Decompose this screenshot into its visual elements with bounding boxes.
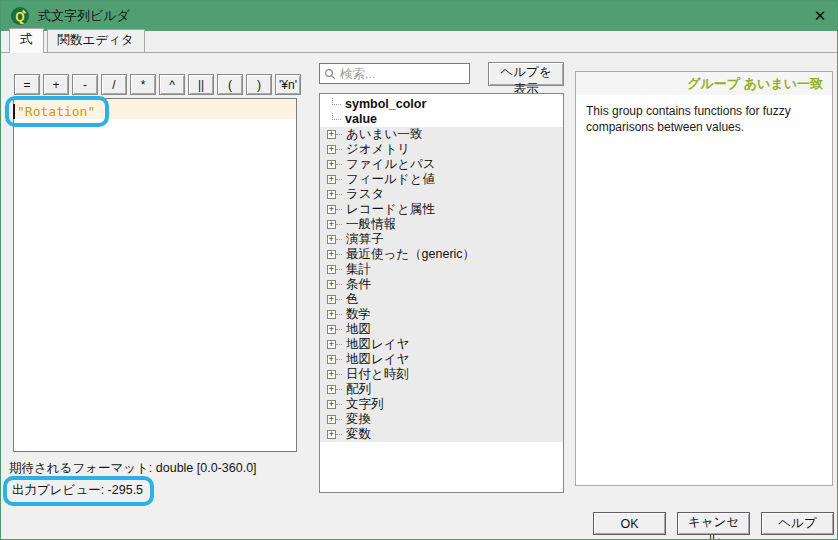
tree-item-group[interactable]: +ファイルとパス [320, 157, 563, 172]
operator-button-1[interactable]: + [43, 74, 69, 95]
titlebar[interactable]: Q 式文字列ビルダ ✕ [1, 1, 837, 31]
tree-item-label: 変数 [346, 427, 371, 442]
tree-item-group[interactable]: +数学 [320, 307, 563, 322]
tree-item-group[interactable]: +あいまい一致 [320, 127, 563, 142]
tree-branch-line [336, 254, 342, 255]
cancel-button[interactable]: キャンセル [677, 512, 750, 535]
tree-branch-line [336, 419, 342, 420]
show-help-button[interactable]: ヘルプを表示 [488, 62, 564, 86]
help-button[interactable]: ヘルプ [761, 512, 834, 535]
operator-button-8[interactable]: ) [246, 74, 272, 95]
tree-item-label: 地図レイヤ [346, 337, 409, 352]
tree-branch-icon [332, 98, 341, 105]
group-header: グループ あいまい一致 [576, 72, 832, 95]
tree-item-label: フィールドと値 [346, 172, 435, 187]
tree-item-group[interactable]: +ジオメトリ [320, 142, 563, 157]
tree-item-group[interactable]: +フィールドと値 [320, 172, 563, 187]
tree-item-label: 集計 [346, 262, 371, 277]
close-icon[interactable]: ✕ [803, 1, 837, 31]
operator-button-3[interactable]: / [101, 74, 127, 95]
search-box [319, 63, 470, 84]
tree-branch-line [336, 299, 342, 300]
tree-item-label: 地図 [346, 322, 371, 337]
tree-item-group[interactable]: +地図レイヤ [320, 352, 563, 367]
expand-plus-icon[interactable]: + [327, 340, 336, 349]
expand-plus-icon[interactable]: + [327, 145, 336, 154]
search-input[interactable] [340, 67, 465, 81]
tree-item-group[interactable]: +一般情報 [320, 217, 563, 232]
expand-plus-icon[interactable]: + [327, 205, 336, 214]
expand-plus-icon[interactable]: + [327, 325, 336, 334]
tree-branch-line [336, 164, 342, 165]
operator-button-2[interactable]: - [72, 74, 98, 95]
expand-plus-icon[interactable]: + [327, 130, 336, 139]
expression-editor[interactable] [13, 98, 297, 452]
tree-item-group[interactable]: +集計 [320, 262, 563, 277]
tree-item-label: レコードと属性 [346, 202, 435, 217]
expand-plus-icon[interactable]: + [327, 175, 336, 184]
output-preview-label: 出力プレビュー: -295.5 [12, 483, 143, 497]
expand-plus-icon[interactable]: + [327, 415, 336, 424]
expression-text: "Rotation" [17, 104, 95, 119]
tree-item-label: 日付と時刻 [346, 367, 409, 382]
tree-branch-line [336, 239, 342, 240]
tree-item-group[interactable]: +変換 [320, 412, 563, 427]
tree-branch-line [336, 389, 342, 390]
tree-branch-line [336, 179, 342, 180]
tree-branch-line [336, 314, 342, 315]
tab-expression[interactable]: 式 [9, 28, 44, 53]
operator-button-7[interactable]: ( [217, 74, 243, 95]
operator-button-0[interactable]: = [14, 74, 40, 95]
function-tree[interactable]: symbol_colorvalue+あいまい一致+ジオメトリ+ファイルとパス+フ… [319, 93, 564, 493]
expand-plus-icon[interactable]: + [327, 430, 336, 439]
expand-plus-icon[interactable]: + [327, 235, 336, 244]
operator-button-9[interactable]: '¥n' [275, 74, 301, 95]
tree-item-group[interactable]: +演算子 [320, 232, 563, 247]
tree-branch-line [336, 194, 342, 195]
expand-plus-icon[interactable]: + [327, 355, 336, 364]
tree-item-label: 演算子 [346, 232, 384, 247]
search-icon [324, 68, 336, 80]
tree-item-group[interactable]: +変数 [320, 427, 563, 442]
expand-plus-icon[interactable]: + [327, 295, 336, 304]
tree-item-label: 文字列 [346, 397, 384, 412]
tree-item-group[interactable]: +文字列 [320, 397, 563, 412]
tree-item-group[interactable]: +条件 [320, 277, 563, 292]
tree-item-group[interactable]: +地図レイヤ [320, 337, 563, 352]
tree-item-group[interactable]: +レコードと属性 [320, 202, 563, 217]
tree-item-group[interactable]: +日付と時刻 [320, 367, 563, 382]
operator-button-6[interactable]: || [188, 74, 214, 95]
tree-item-group[interactable]: +配列 [320, 382, 563, 397]
tree-branch-line [336, 344, 342, 345]
expand-plus-icon[interactable]: + [327, 370, 336, 379]
tree-item-label: 数学 [346, 307, 371, 322]
tree-item-label: 地図レイヤ [346, 352, 409, 367]
expand-plus-icon[interactable]: + [327, 190, 336, 199]
group-description: This group contains functions for fuzzy … [576, 95, 832, 144]
ok-button[interactable]: OK [593, 512, 666, 535]
tree-item-group[interactable]: +最近使った（generic） [320, 247, 563, 262]
tree-branch-line [336, 149, 342, 150]
expand-plus-icon[interactable]: + [327, 265, 336, 274]
tree-branch-line [336, 404, 342, 405]
operator-button-5[interactable]: ^ [159, 74, 185, 95]
expand-plus-icon[interactable]: + [327, 280, 336, 289]
expand-plus-icon[interactable]: + [327, 385, 336, 394]
tree-item-group[interactable]: +ラスタ [320, 187, 563, 202]
tree-item-group[interactable]: +地図 [320, 322, 563, 337]
expand-plus-icon[interactable]: + [327, 250, 336, 259]
expand-plus-icon[interactable]: + [327, 220, 336, 229]
operator-button-4[interactable]: * [130, 74, 156, 95]
expand-plus-icon[interactable]: + [327, 160, 336, 169]
tree-item-leaf[interactable]: value [320, 112, 563, 127]
tree-item-label: 色 [346, 292, 359, 307]
expected-format-label: 期待されるフォーマット: double [0.0-360.0] [9, 460, 257, 477]
tree-item-label: ジオメトリ [346, 142, 410, 157]
tree-item-group[interactable]: +色 [320, 292, 563, 307]
expand-plus-icon[interactable]: + [327, 310, 336, 319]
expression-builder-dialog: Q 式文字列ビルダ ✕ 式 関数エディタ =+-/*^||()'¥n' "Rot… [0, 0, 838, 540]
tree-item-label: 一般情報 [346, 217, 396, 232]
expand-plus-icon[interactable]: + [327, 400, 336, 409]
tab-function-editor[interactable]: 関数エディタ [47, 29, 145, 52]
tree-item-leaf[interactable]: symbol_color [320, 97, 563, 112]
